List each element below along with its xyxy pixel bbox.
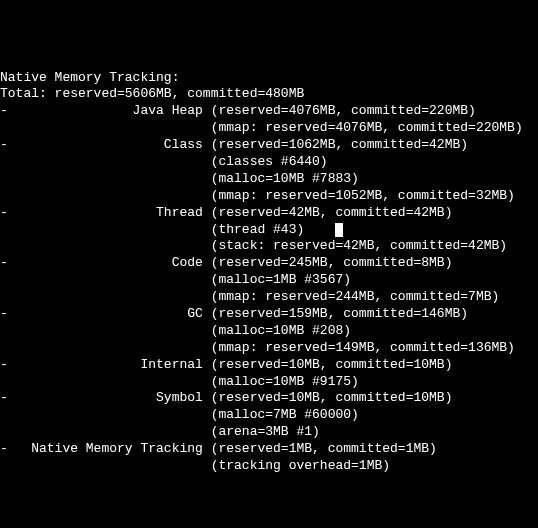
terminal-cursor	[335, 223, 343, 237]
section-4-main: - GC (reserved=159MB, committed=146MB)	[0, 306, 538, 323]
section-2-detail-1: (stack: reserved=42MB, committed=42MB)	[0, 238, 538, 255]
section-3-main: - Code (reserved=245MB, committed=8MB)	[0, 255, 538, 272]
section-6-main: - Symbol (reserved=10MB, committed=10MB)	[0, 390, 538, 407]
section-1-detail-2: (mmap: reserved=1052MB, committed=32MB)	[0, 188, 538, 205]
section-5-main: - Internal (reserved=10MB, committed=10M…	[0, 357, 538, 374]
section-1-main: - Class (reserved=1062MB, committed=42MB…	[0, 137, 538, 154]
section-7-detail-0: (tracking overhead=1MB)	[0, 458, 538, 475]
section-4-detail-0: (malloc=10MB #208)	[0, 323, 538, 340]
section-1-detail-1: (malloc=10MB #7883)	[0, 171, 538, 188]
section-2-detail-0: (thread #43)	[0, 222, 538, 239]
section-1-detail-0: (classes #6440)	[0, 154, 538, 171]
section-4-detail-1: (mmap: reserved=149MB, committed=136MB)	[0, 340, 538, 357]
section-6-detail-1: (arena=3MB #1)	[0, 424, 538, 441]
nmt-header: Native Memory Tracking:	[0, 70, 538, 87]
section-6-detail-0: (malloc=7MB #60000)	[0, 407, 538, 424]
section-7-main: - Native Memory Tracking (reserved=1MB, …	[0, 441, 538, 458]
terminal-output: Native Memory Tracking:Total: reserved=5…	[0, 70, 538, 475]
section-3-detail-1: (mmap: reserved=244MB, committed=7MB)	[0, 289, 538, 306]
section-0-detail-0: (mmap: reserved=4076MB, committed=220MB)	[0, 120, 538, 137]
section-0-main: - Java Heap (reserved=4076MB, committed=…	[0, 103, 538, 120]
section-3-detail-0: (malloc=1MB #3567)	[0, 272, 538, 289]
nmt-total: Total: reserved=5606MB, committed=480MB	[0, 86, 538, 103]
section-5-detail-0: (malloc=10MB #9175)	[0, 374, 538, 391]
section-2-main: - Thread (reserved=42MB, committed=42MB)	[0, 205, 538, 222]
